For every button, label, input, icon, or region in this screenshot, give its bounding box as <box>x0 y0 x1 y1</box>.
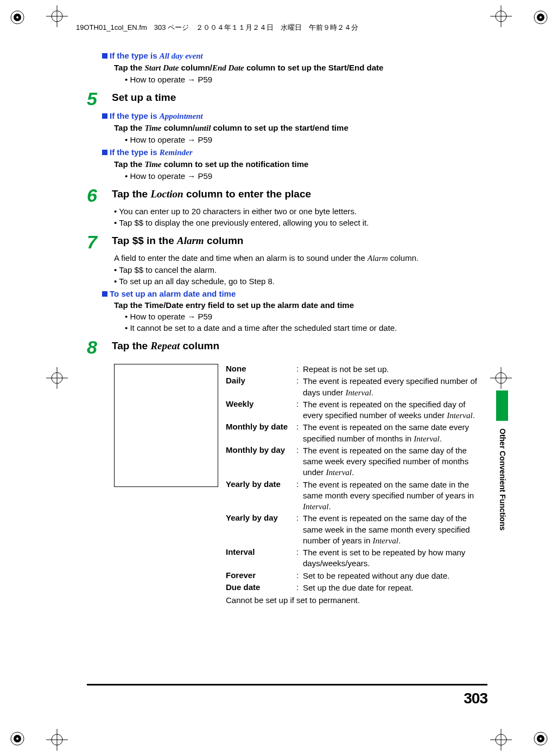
svg-point-5 <box>540 16 542 18</box>
definition-row: Weekly:The event is repeated on the spec… <box>226 399 487 421</box>
step-8: 8 Tap the Repeat column <box>87 338 487 356</box>
definition-desc: Repeat is not be set up. <box>303 364 487 375</box>
colon: : <box>296 513 303 546</box>
square-bullet-icon <box>102 291 107 297</box>
instruction-line: Tap the Time/Date entry field to set up … <box>114 300 487 310</box>
svg-point-2 <box>16 16 18 18</box>
crop-mark-icon <box>46 5 68 27</box>
screenshot-placeholder <box>114 364 218 487</box>
page-content: If the type is All day event Tap the Sta… <box>87 48 487 605</box>
subsection-heading: If the type is All day event <box>102 51 487 61</box>
definition-desc: The event is repeated on the same date i… <box>303 479 487 512</box>
definition-desc: Set up the due date for repeat. <box>303 582 487 593</box>
step-6: 6 Tap the Loction column to enter the pl… <box>87 186 487 204</box>
definition-label: Weekly <box>226 399 296 421</box>
colon: : <box>296 376 303 398</box>
step-number: 5 <box>87 89 112 108</box>
heading-text: If the type is <box>110 51 160 60</box>
instruction-line: Tap the Time column to set up the notifi… <box>114 159 487 169</box>
svg-point-11 <box>540 738 542 740</box>
crop-mark-icon <box>46 367 68 389</box>
definition-label: Monthly by day <box>226 445 296 478</box>
step-5: 5 Set up a time <box>87 89 487 108</box>
subsection-heading: To set up an alarm date and time <box>102 289 487 298</box>
definition-desc: The event is repeated on the same date e… <box>303 422 487 444</box>
definition-label: Yearly by date <box>226 479 296 512</box>
square-bullet-icon <box>102 150 107 155</box>
crop-mark-icon <box>46 729 68 751</box>
crop-mark-icon <box>490 5 512 27</box>
step-title: Set up a time <box>112 89 176 104</box>
subsection-heading: If the type is Reminder <box>102 148 487 157</box>
definition-label: Interval <box>226 547 296 569</box>
bullet-item: It cannot be set to a date and a time af… <box>125 323 487 332</box>
definition-row: Daily:The event is repeated every specif… <box>226 376 487 398</box>
definition-row: Monthly by day:The event is repeated on … <box>226 445 487 478</box>
registration-circle-icon <box>533 10 548 25</box>
step-title: Tap the Loction column to enter the plac… <box>112 186 311 200</box>
registration-circle-icon <box>10 731 25 746</box>
bullet-item: Tap $$ to cancel the alarm. <box>114 265 487 274</box>
page-number: 303 <box>464 690 487 707</box>
crop-mark-icon <box>490 729 512 751</box>
step-7: 7 Tap $$ in the Alarm column <box>87 233 487 251</box>
step-number: 7 <box>87 233 112 251</box>
colon: : <box>296 422 303 444</box>
definition-label: None <box>226 364 296 375</box>
definition-desc: Set to be repeated without any due date. <box>303 571 487 581</box>
definition-label: Forever <box>226 571 296 581</box>
definition-desc: The event is repeated on the specified d… <box>303 399 487 421</box>
section-label: Other Convenient Functions <box>498 428 507 530</box>
definition-row: None:Repeat is not be set up. <box>226 364 487 375</box>
definition-note: Cannot be set up if set to permanent. <box>226 595 487 605</box>
section-tab <box>496 390 508 421</box>
step-title: Tap the Repeat column <box>112 338 219 352</box>
definition-row: Interval:The event is set to be repeated… <box>226 547 487 569</box>
bullet-item: How to operate → P59 <box>125 171 487 181</box>
step-title: Tap $$ in the Alarm column <box>112 233 243 247</box>
printer-header: 19OTH01_1col_EN.fm 303 ページ ２００４年１１月２４日 水… <box>76 23 358 33</box>
bullet-item: How to operate → P59 <box>125 75 487 84</box>
paragraph: A field to enter the date and time when … <box>114 253 487 263</box>
definition-label: Daily <box>226 376 296 398</box>
definition-desc: The event is repeated on the same day of… <box>303 513 487 546</box>
bullet-item: To set up an all day schedule, go to Ste… <box>114 277 487 286</box>
bullet-item: Tap $$ to display the one previously ent… <box>114 218 487 227</box>
bullet-item: You can enter up to 20 characters in eit… <box>114 207 487 216</box>
definition-desc: The event is repeated every specified nu… <box>303 376 487 398</box>
bullet-item: How to operate → P59 <box>125 312 487 321</box>
repeat-options: None:Repeat is not be set up.Daily:The e… <box>114 364 487 605</box>
definition-row: Yearly by day:The event is repeated on t… <box>226 513 487 546</box>
registration-circle-icon <box>533 731 548 746</box>
bullet-item: How to operate → P59 <box>125 135 487 144</box>
subsection-heading: If the type is Appointment <box>102 111 487 121</box>
definition-row: Yearly by date:The event is repeated on … <box>226 479 487 512</box>
definition-label: Monthly by date <box>226 422 296 444</box>
definition-row: Monthly by date:The event is repeated on… <box>226 422 487 444</box>
square-bullet-icon <box>102 113 107 119</box>
colon: : <box>296 364 303 375</box>
square-bullet-icon <box>102 53 107 59</box>
colon: : <box>296 547 303 569</box>
definition-list: None:Repeat is not be set up.Daily:The e… <box>226 364 487 605</box>
definition-row: Due date:Set up the due date for repeat. <box>226 582 487 593</box>
footer-rule <box>87 684 487 685</box>
colon: : <box>296 479 303 512</box>
svg-point-8 <box>16 738 18 740</box>
instruction-line: Tap the Start Date column/End Date colum… <box>114 63 487 73</box>
colon: : <box>296 445 303 478</box>
step-number: 6 <box>87 186 112 204</box>
definition-label: Due date <box>226 582 296 593</box>
definition-desc: The event is repeated on the same day of… <box>303 445 487 478</box>
definition-label: Yearly by day <box>226 513 296 546</box>
crop-mark-icon <box>490 367 512 389</box>
definition-row: Forever:Set to be repeated without any d… <box>226 571 487 581</box>
colon: : <box>296 571 303 581</box>
colon: : <box>296 399 303 421</box>
heading-em: All day event <box>160 52 203 60</box>
definition-desc: The event is set to be repeated by how m… <box>303 547 487 569</box>
registration-circle-icon <box>10 10 25 25</box>
step-number: 8 <box>87 338 112 356</box>
colon: : <box>296 582 303 593</box>
instruction-line: Tap the Time column/until column to set … <box>114 123 487 133</box>
